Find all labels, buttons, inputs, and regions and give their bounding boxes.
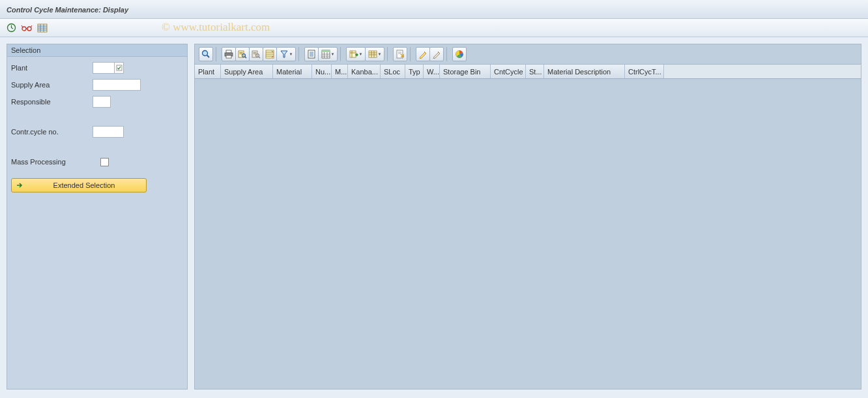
export-excel-button[interactable]: ▼ xyxy=(318,47,338,61)
svg-rect-14 xyxy=(226,55,231,58)
color-legend-button[interactable] xyxy=(452,47,467,61)
export-excel-icon xyxy=(321,50,330,59)
extended-selection-label: Extended Selection xyxy=(26,181,142,189)
selection-panel-body: Plant Supply Area Responsible Contr.cycl… xyxy=(7,57,187,196)
column-header[interactable]: SLoc xyxy=(381,65,405,78)
grid-body xyxy=(195,79,861,389)
export-doc-button[interactable] xyxy=(304,47,319,61)
column-header[interactable]: Material Description xyxy=(544,65,625,78)
details-button[interactable] xyxy=(199,47,213,61)
responsible-label: Responsible xyxy=(11,98,93,106)
svg-line-19 xyxy=(245,57,246,58)
page-title: Control Cycle Maintenance: Display xyxy=(7,6,128,14)
supply-area-input[interactable] xyxy=(93,79,141,91)
change-button[interactable] xyxy=(416,47,430,61)
display-button[interactable] xyxy=(429,47,444,61)
contr-cycle-input[interactable] xyxy=(93,126,124,138)
extended-selection-button[interactable]: Extended Selection xyxy=(11,178,147,192)
toolbar-separator xyxy=(387,47,391,61)
plant-input[interactable] xyxy=(93,62,115,74)
change-icon xyxy=(418,50,427,59)
svg-line-11 xyxy=(207,55,210,58)
column-header[interactable]: Kanba... xyxy=(348,65,381,78)
main-content: Selection Plant Supply Area Responsible xyxy=(0,37,868,396)
column-header[interactable]: M... xyxy=(332,65,348,78)
toolbar-separator xyxy=(298,47,302,61)
sort-button[interactable] xyxy=(263,47,277,61)
supply-area-label: Supply Area xyxy=(11,81,93,89)
svg-rect-35 xyxy=(322,50,330,52)
color-legend-icon xyxy=(455,50,464,59)
execute-icon[interactable] xyxy=(5,22,17,34)
grid-area: ▼▼▼▼ PlantSupply AreaMaterialNu...M...Ka… xyxy=(194,44,861,390)
plant-label: Plant xyxy=(11,64,93,72)
svg-rect-29 xyxy=(308,50,315,58)
svg-rect-43 xyxy=(369,51,377,57)
layout-grid-icon xyxy=(368,50,377,59)
mass-processing-checkbox[interactable] xyxy=(100,158,109,166)
find-button[interactable] xyxy=(235,47,250,61)
svg-rect-40 xyxy=(350,51,356,57)
filter-icon xyxy=(280,50,289,59)
create-icon xyxy=(396,50,405,59)
svg-point-10 xyxy=(203,51,208,56)
find-next-icon xyxy=(252,50,261,59)
column-header[interactable]: Nu... xyxy=(312,65,332,78)
chevron-down-icon: ▼ xyxy=(378,52,382,56)
column-header[interactable]: CntCycle xyxy=(491,65,526,78)
arrow-right-icon xyxy=(16,181,23,189)
sort-icon xyxy=(265,50,274,59)
layout-change-icon xyxy=(349,50,358,59)
column-header[interactable]: W... xyxy=(424,65,440,78)
glasses-icon[interactable] xyxy=(21,22,33,34)
print-icon xyxy=(224,50,233,59)
chevron-down-icon: ▼ xyxy=(359,52,363,56)
toolbar-separator xyxy=(340,47,344,61)
svg-rect-12 xyxy=(226,50,231,53)
alv-toolbar: ▼▼▼▼ xyxy=(195,44,861,65)
find-icon xyxy=(238,50,247,59)
column-header[interactable]: Supply Area xyxy=(221,65,273,78)
toolbar-separator xyxy=(410,47,414,61)
toolbar-separator xyxy=(216,47,220,61)
toolbar-separator xyxy=(446,47,450,61)
column-header[interactable]: CtrlCycT... xyxy=(625,65,664,78)
print-button[interactable] xyxy=(222,47,236,61)
chevron-down-icon: ▼ xyxy=(289,52,293,56)
contr-cycle-label: Contr.cycle no. xyxy=(11,128,93,136)
title-bar: Control Cycle Maintenance: Display xyxy=(0,0,868,19)
app-toolbar xyxy=(0,19,868,37)
svg-point-51 xyxy=(403,56,404,57)
mass-processing-label: Mass Processing xyxy=(11,158,93,166)
responsible-input[interactable] xyxy=(93,96,111,108)
filter-button[interactable]: ▼ xyxy=(276,47,296,61)
display-icon xyxy=(432,50,441,59)
column-header[interactable]: Material xyxy=(273,65,312,78)
layout-grid-button[interactable]: ▼ xyxy=(365,47,384,61)
selection-panel: Selection Plant Supply Area Responsible xyxy=(7,44,188,390)
plant-f4-icon[interactable] xyxy=(115,62,124,74)
column-header[interactable]: Plant xyxy=(195,65,221,78)
column-headers: PlantSupply AreaMaterialNu...M...Kanba..… xyxy=(195,65,861,79)
column-header[interactable]: Typ xyxy=(405,65,424,78)
layout-change-button[interactable]: ▼ xyxy=(346,47,366,61)
details-icon xyxy=(201,50,210,59)
column-header[interactable]: Storage Bin xyxy=(440,65,491,78)
column-header[interactable]: St... xyxy=(526,65,544,78)
svg-line-24 xyxy=(259,57,260,58)
list-icon[interactable] xyxy=(36,22,48,34)
find-next-button[interactable] xyxy=(249,47,263,61)
create-button[interactable] xyxy=(393,47,407,61)
selection-panel-header: Selection xyxy=(7,44,187,57)
export-doc-icon xyxy=(307,50,316,59)
chevron-down-icon: ▼ xyxy=(331,52,335,56)
